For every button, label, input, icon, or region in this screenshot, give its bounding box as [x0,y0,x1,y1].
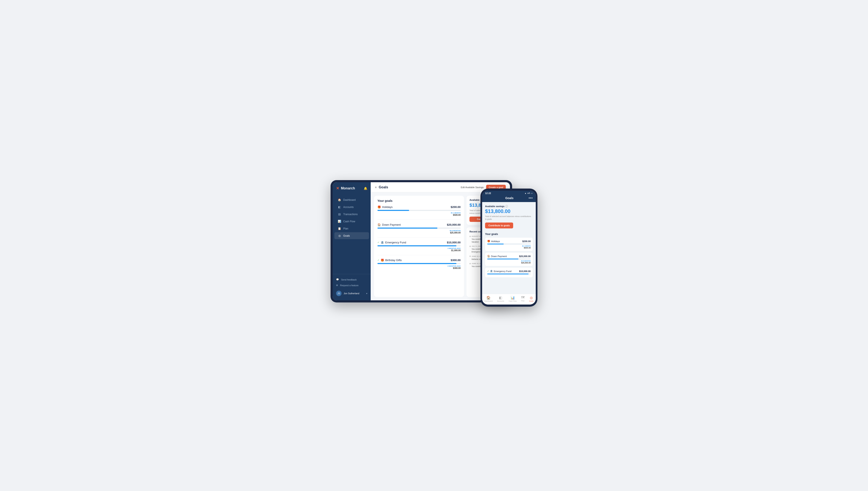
phone-goal-bar-holidays [487,243,531,244]
phone-goal-amount-emergency-fund: $10,000.00 [519,270,531,272]
goal-name-emergency-fund: ✓ 🏦 Emergency Fund [377,241,406,244]
goal-amount-birthday-gifts: $300.00 [451,259,461,262]
sidebar-item-label: Goals [343,234,350,237]
phone-goal-down-payment[interactable]: 🏠 Down Payment $20,000.00 IN 6 MONTHS $2… [485,253,533,266]
sidebar-item-label: Plan [343,227,348,230]
goal-amount-holidays: $200.00 [451,205,461,209]
phone-savings-title: Available savings i [485,205,533,207]
cashflow-icon: 📊 [338,220,341,223]
contribution-dot-icon-3 [469,256,471,257]
goal-amount-emergency-fund: $10,000.00 [447,241,461,244]
phone-nav-plan-icon: 🗺 [521,296,524,299]
sidebar-bottom: 💬 Send feedback ⊕ Request a feature JS J… [333,274,371,300]
notification-bell-icon[interactable]: 🔔 [364,187,367,190]
phone-goal-fill-holidays [487,243,504,244]
menu-icon[interactable]: ≡ [375,185,377,189]
feedback-icon: 💬 [336,278,339,281]
phone-nav-accounts[interactable]: ◧ Accounts [497,296,504,302]
avatar: JS [336,291,342,296]
monarch-logo-icon: ✕ [336,186,339,191]
sidebar-item-dashboard[interactable]: 🏠 Dashboard [334,196,369,203]
phone-time: 12:22 [485,192,491,195]
phone-goal-name-emergency-fund: ✓ 🏦 Emergency Fund [487,270,512,272]
sidebar: ✕ Monarch 🔔 🏠 Dashboard ◧ Accounts [333,182,371,300]
phone-nav-goals-label: Goals [529,300,534,302]
phone-savings-desc: Total of selected account balances minus… [485,215,533,221]
sidebar-logo: ✕ Monarch 🔔 [333,182,371,195]
phone-nav-dashboard-label: Dashboard [484,300,493,302]
goal-amount-down-payment: $20,000.00 [447,223,461,226]
phone-goal-fill-emergency-fund [487,273,528,275]
phone-goal-fill-down-payment [487,259,518,259]
goal-item-holidays[interactable]: 🎁 Holidays $200.00 IN 1 MONTH $500. [377,205,461,220]
phone-nav-dashboard-icon: 🏠 [486,296,491,300]
phone-contribute-button[interactable]: Contribute to goals [485,223,513,228]
goal-name-down-payment: 🏠 Down Payment [377,223,401,226]
phone-goal-amount-holidays: $200.00 [522,240,531,242]
goal-item-birthday-gifts[interactable]: ✓ 🎁 Birthday Gifts $300.00 [377,259,461,273]
sidebar-item-plan[interactable]: 📋 Plan [334,225,369,232]
goal-item-down-payment[interactable]: 🏠 Down Payment $20,000.00 IN 6 MONTHS [377,223,461,237]
phone-info-icon[interactable]: i [505,205,508,207]
phone-goals-section: Your goals 🎁 Holidays $200.00 IN 1 MONTH [485,233,533,277]
completed-check-icon: ✓ [377,241,379,244]
goal-progress-fill-emergency-fund [377,245,456,247]
phone-more-icon[interactable]: ••• [528,196,533,200]
goal-meta-holidays: IN 1 MONTH $500.00 [377,212,461,216]
phone-savings-amount: $13,800.00 [485,208,533,214]
sidebar-item-accounts[interactable]: ◧ Accounts [334,204,369,210]
monarch-logo-text: Monarch [341,186,355,190]
phone-goals-heading: Your goals [485,233,533,236]
sidebar-item-transactions[interactable]: ▤ Transactions [334,211,369,218]
phone-goal-holidays[interactable]: 🎁 Holidays $200.00 IN 1 MONTH $500.00 [485,238,533,251]
goals-icon: ◎ [338,234,341,237]
goal-progress-fill-down-payment [377,228,437,229]
sidebar-item-label: Cash Flow [343,220,355,223]
goals-panel: Your goals 🎁 Holidays $200.00 [374,196,464,297]
request-feature-button[interactable]: ⊕ Request a feature [334,282,369,288]
wifi-icon: wifi [527,192,530,194]
phone-bottom-nav: 🏠 Dashboard ◧ Accounts 📊 Cash Flow 🗺 Pla… [482,294,536,305]
signal-icon: ▲ [524,192,526,194]
phone-nav-plan[interactable]: 🗺 Plan [521,296,524,302]
phone-status-bar: 12:22 ▲ wifi ▭ [482,191,536,195]
edit-savings-button[interactable]: Edit Available Savings [461,186,484,189]
goal-name-holidays: 🎁 Holidays [377,205,392,209]
phone-nav-cashflow-icon: 📊 [511,296,515,300]
plan-icon: 📋 [338,227,341,230]
send-feedback-button[interactable]: 💬 Send feedback [334,277,369,282]
phone-header-title: Goals [490,196,528,200]
contribution-dot-icon [469,236,471,237]
battery-icon: ▭ [531,192,533,194]
phone-goal-emergency-fund[interactable]: ✓ 🏦 Emergency Fund $10,000.00 [485,268,533,277]
phone-content: Available savings i $13,800.00 Total of … [482,202,536,294]
phone-goal-meta-holidays: IN 1 MONTH $500.00 [487,245,531,249]
scene: ✕ Monarch 🔔 🏠 Dashboard ◧ Accounts [331,180,537,311]
phone-nav-cashflow-label: Cash Flow [509,300,517,302]
phone-nav-cashflow[interactable]: 📊 Cash Flow [509,296,517,302]
sidebar-nav: 🏠 Dashboard ◧ Accounts ▤ Transactions [333,195,371,274]
sidebar-item-label: Dashboard [343,199,356,201]
feature-icon: ⊕ [336,284,338,287]
phone-completed-check-icon: ✓ [487,270,489,272]
goal-meta-down-payment: IN 6 MONTHS $25,000.00 [377,230,461,234]
transactions-icon: ▤ [338,212,341,216]
page-title: Goals [379,185,388,189]
sidebar-item-goals[interactable]: ◎ Goals [334,232,369,239]
phone-nav-goals[interactable]: ◎ Goals [529,296,534,302]
contribution-dot-icon-2 [469,246,471,247]
goal-item-emergency-fund[interactable]: ✓ 🏦 Emergency Fund $10,000.00 [377,241,461,255]
contribution-dot-icon-4 [469,263,471,264]
sidebar-item-cashflow[interactable]: 📊 Cash Flow [334,218,369,225]
chevron-down-icon: ▾ [366,292,367,295]
goal-name-birthday-gifts: ✓ 🎁 Birthday Gifts [377,259,402,262]
phone-nav-dashboard[interactable]: 🏠 Dashboard [484,296,493,302]
phone-goal-amount-down-payment: $20,000.00 [519,255,531,258]
phone-nav-plan-label: Plan [521,300,524,302]
goal-progress-bar-holidays [377,210,461,211]
dashboard-icon: 🏠 [338,198,341,201]
accounts-icon: ◧ [338,205,341,209]
user-profile[interactable]: JS Jon Sutherland ▾ [334,289,369,298]
goal-meta-emergency-fund: 2 MONTHS AGO $1,000.00 [377,248,461,252]
sidebar-item-label: Accounts [343,206,354,209]
